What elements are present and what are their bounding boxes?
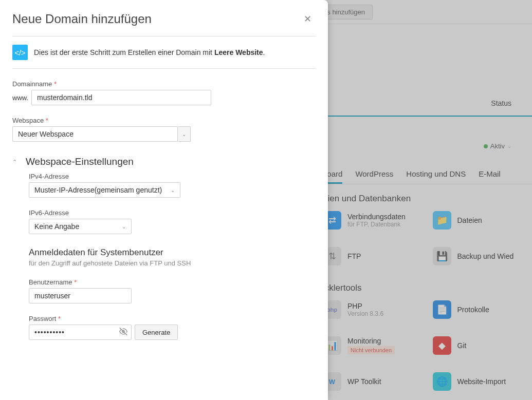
backup-icon: 💾 (433, 247, 451, 265)
tab-hosting-dns[interactable]: Hosting und DNS (406, 165, 466, 184)
field-ipv4: IPv4-Adresse Muster-IP-Adresse(gemeinsam… (29, 173, 316, 198)
tool-sub: Version 8.3.6 (347, 310, 383, 317)
tool-ftp[interactable]: ⇅ FTP (323, 247, 423, 265)
tool-title: WP Toolkit (347, 377, 381, 386)
tab-wordpress[interactable]: WordPress (355, 165, 393, 184)
tool-title: Verbindungsdaten (347, 213, 406, 221)
password-label: Passwort * (29, 315, 316, 322)
field-webspace: Webspace * Neuer Webspace ⌄ (12, 117, 316, 142)
add-domain-modal: Neue Domain hinzufügen ✕ </> Dies ist de… (0, 0, 328, 400)
domainname-label: Domainname * (12, 80, 316, 88)
git-icon: ◆ (433, 336, 451, 355)
chevron-down-icon: ⌄ (182, 131, 186, 137)
field-password: Passwort * Generate (29, 315, 316, 340)
field-domainname: Domainname * www. (12, 80, 316, 105)
tool-sub: für FTP, Datenbank (347, 221, 406, 228)
tool-connection-data[interactable]: ⇄ Verbindungsdaten für FTP, Datenbank (323, 211, 423, 230)
info-suffix: . (263, 48, 265, 56)
document-icon: 📄 (433, 300, 451, 319)
info-banner: </> Dies ist der erste Schritt zum Erste… (12, 36, 316, 69)
password-input[interactable] (29, 325, 132, 340)
tool-files[interactable]: 📁 Dateien (433, 211, 533, 230)
chevron-down-icon: ⌄ (122, 224, 126, 230)
section-devtools: icklertools (323, 283, 532, 293)
field-ipv6: IPv6-Adresse Keine Angabe ⌄ (29, 209, 316, 234)
tool-php[interactable]: php PHP Version 8.3.6 (323, 300, 423, 319)
globe-icon: 🌐 (433, 372, 451, 391)
webspace-select[interactable]: Neuer Webspace (12, 126, 178, 142)
sysuser-desc: für den Zugriff auf gehostete Dateien vi… (29, 259, 316, 267)
ipv4-value: Muster-IP-Adresse(gemeinsam genutzt) (34, 186, 162, 194)
eye-off-icon[interactable] (119, 328, 127, 337)
info-prefix: Dies ist der erste Schritt zum Erstellen… (34, 48, 214, 56)
sysuser-heading: Anmeldedaten für Systembenutzer (29, 247, 316, 258)
tool-title: Monitoring (347, 337, 395, 345)
tool-monitoring[interactable]: 📊 Monitoring Nicht verbunden (323, 336, 423, 355)
tool-title: PHP (347, 302, 383, 310)
tool-title: FTP (347, 252, 361, 260)
generate-password-button[interactable]: Generate (135, 325, 178, 340)
tool-title: Git (457, 341, 467, 350)
status-active-label: Aktiv (490, 142, 505, 150)
status-header: Status (491, 99, 511, 107)
info-bold: Leere Website (214, 48, 263, 56)
tool-title: Website-Import (457, 377, 506, 386)
close-icon: ✕ (304, 14, 311, 24)
username-label: Benutzername * (29, 278, 316, 286)
tool-git[interactable]: ◆ Git (433, 336, 533, 355)
ipv6-value: Keine Angabe (34, 222, 79, 231)
tool-website-import[interactable]: 🌐 Website-Import (433, 372, 533, 391)
field-username: Benutzername * (29, 278, 316, 303)
ipv4-label: IPv4-Adresse (29, 173, 316, 180)
webspace-settings-title: Webspace-Einstellungen (26, 156, 134, 167)
www-prefix: www. (12, 94, 28, 102)
tool-title: Protokolle (457, 306, 489, 314)
webspace-value: Neuer Webspace (18, 130, 74, 138)
webspace-settings-toggle[interactable]: ⌃ Webspace-Einstellungen (12, 156, 316, 167)
folder-icon: 📁 (433, 211, 451, 230)
modal-title: Neue Domain hinzufügen (12, 12, 152, 26)
status-dot-icon (484, 144, 488, 148)
status-badge: Nicht verbunden (347, 346, 395, 354)
username-input[interactable] (29, 288, 132, 303)
tool-wptoolkit[interactable]: W WP Toolkit (323, 372, 423, 391)
ipv6-select[interactable]: Keine Angabe ⌄ (29, 219, 132, 234)
webspace-dropdown-toggle[interactable]: ⌄ (178, 126, 191, 142)
tool-title: Dateien (457, 216, 482, 224)
chevron-down-icon: ⌄ (507, 143, 511, 149)
tool-backup[interactable]: 💾 Backup und Wied (433, 247, 533, 265)
webspace-settings-panel: IPv4-Adresse Muster-IP-Adresse(gemeinsam… (12, 173, 316, 340)
tab-email[interactable]: E-Mail (479, 165, 501, 184)
info-text: Dies ist der erste Schritt zum Erstellen… (34, 48, 265, 56)
modal-header: Neue Domain hinzufügen ✕ (12, 0, 316, 36)
webspace-label: Webspace * (12, 117, 316, 124)
close-button[interactable]: ✕ (300, 11, 316, 27)
chevron-down-icon: ⌄ (171, 187, 175, 193)
tool-title: Backup und Wied (457, 252, 514, 260)
tool-protocols[interactable]: 📄 Protokolle (433, 300, 533, 319)
domainname-input[interactable] (31, 90, 211, 105)
ipv4-select[interactable]: Muster-IP-Adresse(gemeinsam genutzt) ⌄ (29, 182, 180, 198)
code-icon: </> (12, 45, 28, 60)
ipv6-label: IPv6-Adresse (29, 209, 316, 217)
chevron-up-icon: ⌃ (12, 159, 19, 165)
